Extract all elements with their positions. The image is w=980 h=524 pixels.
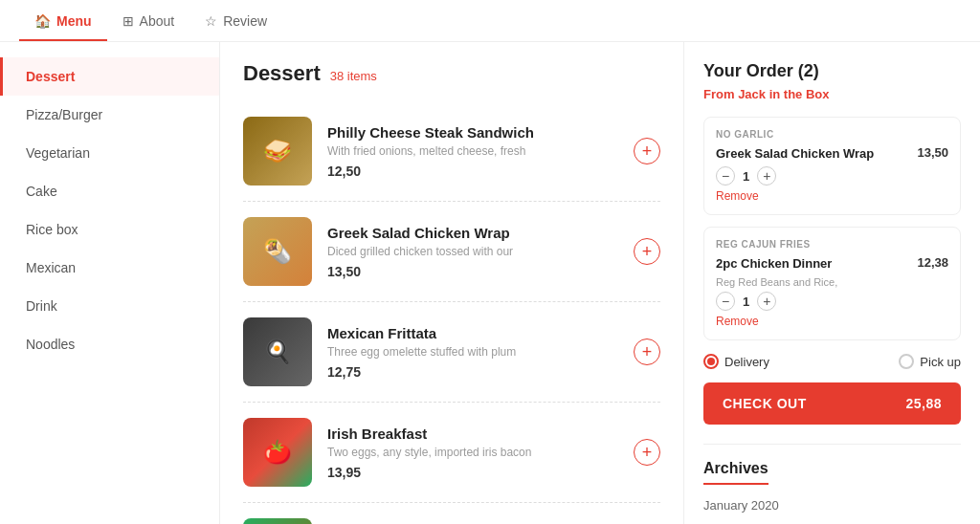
menu-item-2: 🍳 Mexican Frittata Three egg omelette st… xyxy=(243,302,660,403)
nav-about-label: About xyxy=(140,13,175,29)
menu-item-img-3: 🍅 xyxy=(243,418,312,487)
sidebar-item-cake[interactable]: Cake xyxy=(0,172,219,210)
sidebar-item-rice-box[interactable]: Rice box xyxy=(0,210,219,249)
sidebar-item-vegetarian[interactable]: Vegetarian xyxy=(0,134,219,172)
archive-item-0[interactable]: January 2020 xyxy=(703,492,961,518)
order-item-price-0: 13,50 xyxy=(917,145,948,160)
menu-item-img-icon-2: 🍳 xyxy=(243,317,312,386)
about-icon: ⊞ xyxy=(122,13,134,29)
menu-item-info-0: Philly Cheese Steak Sandwich With fried … xyxy=(327,124,618,179)
add-item-1-button[interactable]: + xyxy=(634,238,660,265)
qty-control-0: − 1 + xyxy=(716,166,948,186)
checkout-button[interactable]: CHECK OUT 25,88 xyxy=(703,382,961,425)
remove-item-1[interactable]: Remove xyxy=(716,315,948,328)
checkout-total: 25,88 xyxy=(905,396,942,411)
nav-about[interactable]: ⊞ About xyxy=(107,0,190,41)
qty-control-1: − 1 + xyxy=(716,292,948,311)
menu-item-img-2: 🍳 xyxy=(243,317,312,386)
menu-icon: 🏠 xyxy=(34,13,51,29)
sidebar: Dessert Pizza/Burger Vegetarian Cake Ric… xyxy=(0,42,220,524)
qty-increase-1[interactable]: + xyxy=(757,292,776,311)
menu-item-info-2: Mexican Frittata Three egg omelette stuf… xyxy=(327,325,618,380)
nav-review-label: Review xyxy=(223,13,267,29)
menu-item-info-1: Greek Salad Chicken Wrap Diced grilled c… xyxy=(327,225,618,279)
order-item-sub-1: Reg Red Beans and Rice, xyxy=(716,276,948,288)
menu-item-1: 🌯 Greek Salad Chicken Wrap Diced grilled… xyxy=(243,202,660,302)
menu-item-desc-0: With fried onions, melted cheese, fresh xyxy=(327,144,618,158)
menu-item-img-icon-4: 🌮 xyxy=(243,518,312,524)
sidebar-item-noodles[interactable]: Noodles xyxy=(0,325,219,363)
restaurant-name: Jack in the Box xyxy=(738,87,829,101)
menu-item-name-1: Greek Salad Chicken Wrap xyxy=(327,225,618,241)
delivery-label: Delivery xyxy=(724,355,769,369)
menu-item-4: 🌮 Two Eggs with Canadian Bacon Served wi… xyxy=(243,503,660,524)
remove-item-0[interactable]: Remove xyxy=(716,189,948,203)
delivery-option[interactable]: Delivery xyxy=(703,354,769,369)
menu-item-img-icon-0: 🥪 xyxy=(243,117,312,186)
right-panel: Your Order (2) From Jack in the Box NO G… xyxy=(683,42,980,524)
menu-item-price-2: 12,75 xyxy=(327,364,618,380)
order-item-row-0: Greek Salad Chicken Wrap 13,50 xyxy=(716,145,948,163)
order-item-name-0: Greek Salad Chicken Wrap xyxy=(716,145,909,163)
order-item-name-1: 2pc Chicken Dinner xyxy=(716,255,909,273)
menu-item-desc-3: Two eggs, any style, imported iris bacon xyxy=(327,446,618,459)
add-item-2-button[interactable]: + xyxy=(634,338,660,365)
order-tag-1: REG CAJUN FRIES xyxy=(716,239,948,250)
menu-title: Dessert xyxy=(243,61,321,86)
menu-item-price-1: 13,50 xyxy=(327,264,618,279)
qty-num-0: 1 xyxy=(743,169,749,184)
menu-item-name-2: Mexican Frittata xyxy=(327,325,618,341)
top-nav: 🏠 Menu ⊞ About ☆ Review xyxy=(0,0,980,42)
menu-item-3: 🍅 Irish Breakfast Two eggs, any style, i… xyxy=(243,403,660,503)
pickup-label: Pick up xyxy=(920,355,961,369)
qty-increase-0[interactable]: + xyxy=(757,166,776,186)
pickup-option[interactable]: Pick up xyxy=(899,354,961,369)
order-item-row-1: 2pc Chicken Dinner 12,38 xyxy=(716,255,948,273)
menu-item-img-4: 🌮 xyxy=(243,518,312,524)
nav-menu[interactable]: 🏠 Menu xyxy=(19,0,107,41)
review-icon: ☆ xyxy=(205,13,217,29)
order-title: Your Order (2) xyxy=(703,61,961,81)
menu-count: 38 items xyxy=(330,69,377,83)
menu-item-price-0: 12,50 xyxy=(327,164,618,179)
sidebar-item-drink[interactable]: Drink xyxy=(0,287,219,325)
order-tag-0: NO GARLIC xyxy=(716,129,948,140)
sidebar-item-dessert[interactable]: Dessert xyxy=(0,57,219,96)
main-layout: Dessert Pizza/Burger Vegetarian Cake Ric… xyxy=(0,42,980,524)
menu-content: Dessert 38 items 🥪 Philly Cheese Steak S… xyxy=(220,42,683,524)
add-item-0-button[interactable]: + xyxy=(634,138,660,164)
qty-num-1: 1 xyxy=(743,295,749,309)
menu-item-info-3: Irish Breakfast Two eggs, any style, imp… xyxy=(327,426,618,480)
nav-review[interactable]: ☆ Review xyxy=(189,0,282,41)
order-section-0: NO GARLIC Greek Salad Chicken Wrap 13,50… xyxy=(703,117,961,215)
menu-item-0: 🥪 Philly Cheese Steak Sandwich With frie… xyxy=(243,101,660,202)
menu-item-img-icon-1: 🌯 xyxy=(243,217,312,286)
checkout-label: CHECK OUT xyxy=(723,396,807,411)
order-item-price-1: 12,38 xyxy=(917,255,948,270)
sidebar-item-mexican[interactable]: Mexican xyxy=(0,249,219,287)
menu-item-img-1: 🌯 xyxy=(243,217,312,286)
order-from: From Jack in the Box xyxy=(703,87,961,101)
menu-item-desc-2: Three egg omelette stuffed with plum xyxy=(327,345,618,359)
menu-item-name-0: Philly Cheese Steak Sandwich xyxy=(327,124,618,141)
qty-decrease-0[interactable]: − xyxy=(716,166,735,186)
order-section-1: REG CAJUN FRIES 2pc Chicken Dinner 12,38… xyxy=(703,227,961,340)
archives-section: Archives January 2020 xyxy=(703,444,961,518)
menu-item-price-3: 13,95 xyxy=(327,465,618,480)
add-item-3-button[interactable]: + xyxy=(634,439,660,466)
delivery-row: Delivery Pick up xyxy=(703,354,961,369)
menu-item-img-icon-3: 🍅 xyxy=(243,418,312,487)
pickup-radio[interactable] xyxy=(899,354,914,369)
delivery-radio[interactable] xyxy=(703,354,719,369)
menu-item-desc-1: Diced grilled chicken tossed with our xyxy=(327,245,618,258)
qty-decrease-1[interactable]: − xyxy=(716,292,735,311)
sidebar-item-pizza-burger[interactable]: Pizza/Burger xyxy=(0,96,219,134)
menu-item-name-3: Irish Breakfast xyxy=(327,426,618,442)
menu-header: Dessert 38 items xyxy=(243,61,660,86)
menu-item-img-0: 🥪 xyxy=(243,117,312,186)
archives-title: Archives xyxy=(703,460,768,485)
nav-menu-label: Menu xyxy=(56,13,92,29)
